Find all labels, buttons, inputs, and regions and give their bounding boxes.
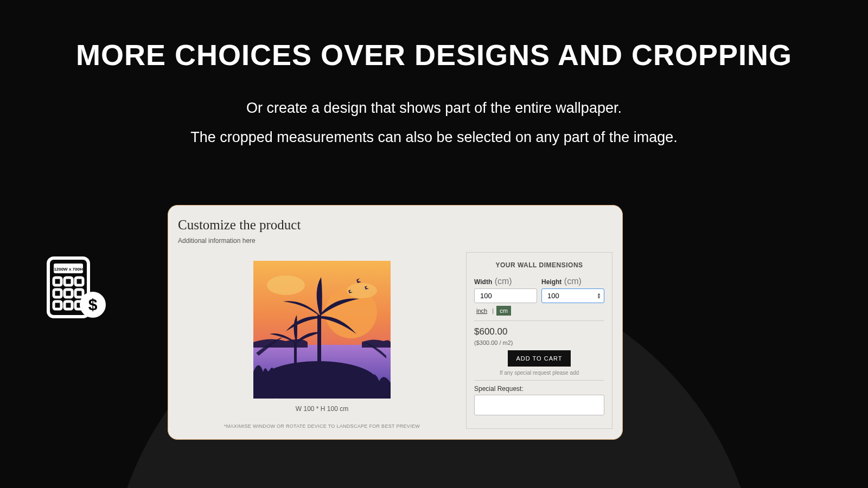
svg-rect-2 [54, 278, 61, 285]
width-unit: (cm) [495, 277, 512, 286]
svg-text:$: $ [88, 296, 98, 313]
unit-inch-toggle[interactable]: inch [474, 306, 489, 315]
width-input[interactable] [474, 288, 537, 303]
svg-rect-19 [317, 315, 321, 380]
svg-rect-8 [54, 301, 61, 309]
svg-rect-3 [65, 278, 72, 285]
special-request-textarea[interactable] [474, 395, 604, 415]
wallpaper-preview[interactable] [253, 261, 391, 399]
unit-cm-toggle[interactable]: cm [496, 306, 511, 316]
svg-rect-20 [294, 342, 297, 383]
request-note: If any special request please add [474, 370, 604, 376]
config-header: YOUR WALL DIMENSIONS [474, 258, 604, 277]
calc-badge-text: 1200W x 700H [54, 267, 83, 272]
special-request-label: Special Request: [474, 385, 604, 393]
calculator-dollar-icon: 1200W x 700H $ [46, 256, 107, 321]
preview-dimensions-label: W 100 * H 100 cm [296, 405, 348, 413]
panel-title: Customize the product [178, 217, 612, 233]
height-unit: (cm) [564, 277, 582, 286]
subtext-line-2: The cropped measurements can also be sel… [0, 123, 868, 152]
customize-panel: Customize the product Additional informa… [168, 205, 623, 440]
width-label: Width [474, 278, 492, 286]
page-heading: MORE CHOICES OVER DESIGNS AND CROPPING [0, 38, 868, 72]
height-label: Height [541, 278, 561, 286]
svg-rect-6 [65, 290, 72, 297]
panel-subtitle: Additional information here [178, 237, 612, 245]
unit-separator: | [492, 307, 494, 314]
height-input[interactable] [541, 288, 604, 303]
svg-rect-9 [65, 301, 72, 309]
price-value: $600.00 [474, 326, 604, 337]
svg-point-16 [347, 283, 377, 298]
svg-rect-7 [75, 290, 83, 297]
svg-rect-5 [54, 290, 61, 297]
maximize-note: *MAXIMISE WINDOW OR ROTATE DEVICE TO LAN… [224, 423, 420, 429]
stepper-arrows-icon[interactable]: ▲▼ [597, 293, 601, 299]
price-per-unit: ($300.00 / m2) [474, 339, 604, 346]
svg-rect-4 [75, 278, 83, 285]
subtext-line-1: Or create a design that shows part of th… [0, 93, 868, 123]
add-to-cart-button[interactable]: ADD TO CART [508, 350, 571, 367]
svg-point-15 [267, 275, 305, 295]
config-panel: YOUR WALL DIMENSIONS Width (cm) Height (… [466, 252, 612, 429]
